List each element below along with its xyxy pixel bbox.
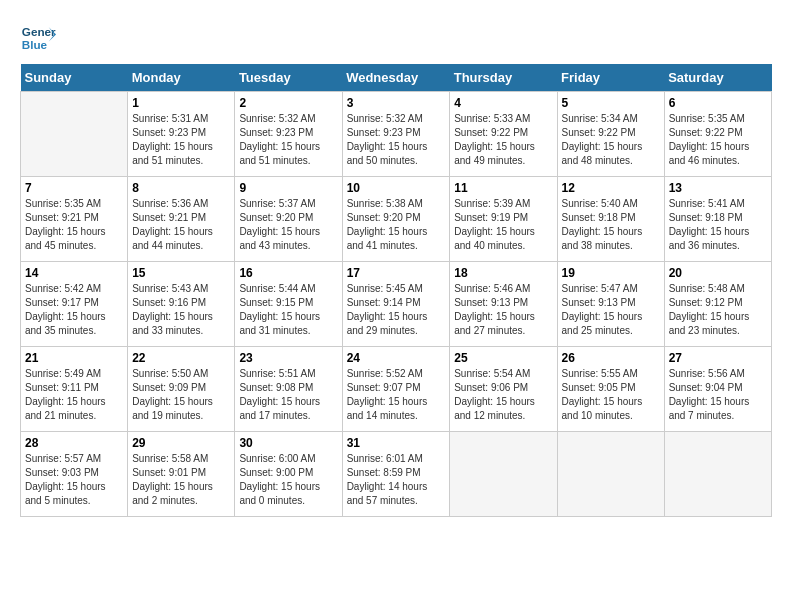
calendar-cell: 4Sunrise: 5:33 AM Sunset: 9:22 PM Daylig… — [450, 92, 557, 177]
calendar-cell: 6Sunrise: 5:35 AM Sunset: 9:22 PM Daylig… — [664, 92, 771, 177]
calendar-cell: 13Sunrise: 5:41 AM Sunset: 9:18 PM Dayli… — [664, 177, 771, 262]
calendar-cell: 2Sunrise: 5:32 AM Sunset: 9:23 PM Daylig… — [235, 92, 342, 177]
day-number: 9 — [239, 181, 337, 195]
day-number: 2 — [239, 96, 337, 110]
calendar-cell: 7Sunrise: 5:35 AM Sunset: 9:21 PM Daylig… — [21, 177, 128, 262]
day-number: 6 — [669, 96, 767, 110]
day-info: Sunrise: 5:58 AM Sunset: 9:01 PM Dayligh… — [132, 452, 230, 508]
day-number: 1 — [132, 96, 230, 110]
day-info: Sunrise: 5:48 AM Sunset: 9:12 PM Dayligh… — [669, 282, 767, 338]
calendar-cell: 12Sunrise: 5:40 AM Sunset: 9:18 PM Dayli… — [557, 177, 664, 262]
calendar-cell: 23Sunrise: 5:51 AM Sunset: 9:08 PM Dayli… — [235, 347, 342, 432]
day-info: Sunrise: 5:34 AM Sunset: 9:22 PM Dayligh… — [562, 112, 660, 168]
calendar-cell: 17Sunrise: 5:45 AM Sunset: 9:14 PM Dayli… — [342, 262, 450, 347]
calendar-cell: 9Sunrise: 5:37 AM Sunset: 9:20 PM Daylig… — [235, 177, 342, 262]
day-info: Sunrise: 5:47 AM Sunset: 9:13 PM Dayligh… — [562, 282, 660, 338]
day-number: 20 — [669, 266, 767, 280]
calendar-cell — [450, 432, 557, 517]
day-info: Sunrise: 5:57 AM Sunset: 9:03 PM Dayligh… — [25, 452, 123, 508]
day-number: 25 — [454, 351, 552, 365]
calendar-cell: 27Sunrise: 5:56 AM Sunset: 9:04 PM Dayli… — [664, 347, 771, 432]
day-number: 14 — [25, 266, 123, 280]
day-info: Sunrise: 5:55 AM Sunset: 9:05 PM Dayligh… — [562, 367, 660, 423]
day-number: 10 — [347, 181, 446, 195]
day-info: Sunrise: 5:35 AM Sunset: 9:22 PM Dayligh… — [669, 112, 767, 168]
day-number: 23 — [239, 351, 337, 365]
day-number: 7 — [25, 181, 123, 195]
day-info: Sunrise: 5:49 AM Sunset: 9:11 PM Dayligh… — [25, 367, 123, 423]
calendar-cell: 14Sunrise: 5:42 AM Sunset: 9:17 PM Dayli… — [21, 262, 128, 347]
day-info: Sunrise: 5:32 AM Sunset: 9:23 PM Dayligh… — [239, 112, 337, 168]
calendar-header-wednesday: Wednesday — [342, 64, 450, 92]
day-info: Sunrise: 5:38 AM Sunset: 9:20 PM Dayligh… — [347, 197, 446, 253]
general-blue-logo-icon: General Blue — [20, 20, 56, 56]
calendar-week-row-3: 14Sunrise: 5:42 AM Sunset: 9:17 PM Dayli… — [21, 262, 772, 347]
day-number: 18 — [454, 266, 552, 280]
day-number: 4 — [454, 96, 552, 110]
day-info: Sunrise: 5:33 AM Sunset: 9:22 PM Dayligh… — [454, 112, 552, 168]
calendar-week-row-2: 7Sunrise: 5:35 AM Sunset: 9:21 PM Daylig… — [21, 177, 772, 262]
calendar-header-tuesday: Tuesday — [235, 64, 342, 92]
day-number: 15 — [132, 266, 230, 280]
day-info: Sunrise: 5:45 AM Sunset: 9:14 PM Dayligh… — [347, 282, 446, 338]
day-number: 28 — [25, 436, 123, 450]
calendar-cell: 21Sunrise: 5:49 AM Sunset: 9:11 PM Dayli… — [21, 347, 128, 432]
calendar-cell — [557, 432, 664, 517]
calendar-cell: 11Sunrise: 5:39 AM Sunset: 9:19 PM Dayli… — [450, 177, 557, 262]
day-number: 27 — [669, 351, 767, 365]
day-info: Sunrise: 5:54 AM Sunset: 9:06 PM Dayligh… — [454, 367, 552, 423]
calendar-week-row-1: 1Sunrise: 5:31 AM Sunset: 9:23 PM Daylig… — [21, 92, 772, 177]
day-number: 11 — [454, 181, 552, 195]
day-number: 29 — [132, 436, 230, 450]
day-info: Sunrise: 5:41 AM Sunset: 9:18 PM Dayligh… — [669, 197, 767, 253]
calendar-cell: 26Sunrise: 5:55 AM Sunset: 9:05 PM Dayli… — [557, 347, 664, 432]
day-info: Sunrise: 5:51 AM Sunset: 9:08 PM Dayligh… — [239, 367, 337, 423]
day-number: 12 — [562, 181, 660, 195]
calendar-cell: 18Sunrise: 5:46 AM Sunset: 9:13 PM Dayli… — [450, 262, 557, 347]
calendar-cell: 8Sunrise: 5:36 AM Sunset: 9:21 PM Daylig… — [128, 177, 235, 262]
day-info: Sunrise: 5:31 AM Sunset: 9:23 PM Dayligh… — [132, 112, 230, 168]
calendar-cell: 30Sunrise: 6:00 AM Sunset: 9:00 PM Dayli… — [235, 432, 342, 517]
calendar-cell: 25Sunrise: 5:54 AM Sunset: 9:06 PM Dayli… — [450, 347, 557, 432]
day-number: 26 — [562, 351, 660, 365]
calendar-header-thursday: Thursday — [450, 64, 557, 92]
calendar-cell: 19Sunrise: 5:47 AM Sunset: 9:13 PM Dayli… — [557, 262, 664, 347]
day-info: Sunrise: 5:35 AM Sunset: 9:21 PM Dayligh… — [25, 197, 123, 253]
calendar-cell: 31Sunrise: 6:01 AM Sunset: 8:59 PM Dayli… — [342, 432, 450, 517]
calendar-cell: 1Sunrise: 5:31 AM Sunset: 9:23 PM Daylig… — [128, 92, 235, 177]
day-info: Sunrise: 5:37 AM Sunset: 9:20 PM Dayligh… — [239, 197, 337, 253]
day-number: 8 — [132, 181, 230, 195]
svg-text:Blue: Blue — [22, 38, 48, 51]
day-number: 16 — [239, 266, 337, 280]
calendar-header-row: SundayMondayTuesdayWednesdayThursdayFrid… — [21, 64, 772, 92]
day-number: 3 — [347, 96, 446, 110]
day-number: 5 — [562, 96, 660, 110]
calendar-header-sunday: Sunday — [21, 64, 128, 92]
day-info: Sunrise: 5:50 AM Sunset: 9:09 PM Dayligh… — [132, 367, 230, 423]
calendar-cell: 20Sunrise: 5:48 AM Sunset: 9:12 PM Dayli… — [664, 262, 771, 347]
day-number: 19 — [562, 266, 660, 280]
day-number: 22 — [132, 351, 230, 365]
calendar-cell: 3Sunrise: 5:32 AM Sunset: 9:23 PM Daylig… — [342, 92, 450, 177]
day-info: Sunrise: 5:56 AM Sunset: 9:04 PM Dayligh… — [669, 367, 767, 423]
day-number: 24 — [347, 351, 446, 365]
day-info: Sunrise: 5:40 AM Sunset: 9:18 PM Dayligh… — [562, 197, 660, 253]
day-info: Sunrise: 5:42 AM Sunset: 9:17 PM Dayligh… — [25, 282, 123, 338]
calendar-cell: 22Sunrise: 5:50 AM Sunset: 9:09 PM Dayli… — [128, 347, 235, 432]
day-info: Sunrise: 6:01 AM Sunset: 8:59 PM Dayligh… — [347, 452, 446, 508]
day-number: 17 — [347, 266, 446, 280]
day-number: 31 — [347, 436, 446, 450]
calendar-header-monday: Monday — [128, 64, 235, 92]
calendar-cell: 10Sunrise: 5:38 AM Sunset: 9:20 PM Dayli… — [342, 177, 450, 262]
day-info: Sunrise: 5:32 AM Sunset: 9:23 PM Dayligh… — [347, 112, 446, 168]
logo: General Blue — [20, 20, 60, 56]
calendar-cell: 5Sunrise: 5:34 AM Sunset: 9:22 PM Daylig… — [557, 92, 664, 177]
calendar-cell: 15Sunrise: 5:43 AM Sunset: 9:16 PM Dayli… — [128, 262, 235, 347]
day-info: Sunrise: 5:39 AM Sunset: 9:19 PM Dayligh… — [454, 197, 552, 253]
calendar-table: SundayMondayTuesdayWednesdayThursdayFrid… — [20, 64, 772, 517]
calendar-cell: 28Sunrise: 5:57 AM Sunset: 9:03 PM Dayli… — [21, 432, 128, 517]
day-info: Sunrise: 5:43 AM Sunset: 9:16 PM Dayligh… — [132, 282, 230, 338]
calendar-week-row-5: 28Sunrise: 5:57 AM Sunset: 9:03 PM Dayli… — [21, 432, 772, 517]
calendar-week-row-4: 21Sunrise: 5:49 AM Sunset: 9:11 PM Dayli… — [21, 347, 772, 432]
calendar-cell: 24Sunrise: 5:52 AM Sunset: 9:07 PM Dayli… — [342, 347, 450, 432]
